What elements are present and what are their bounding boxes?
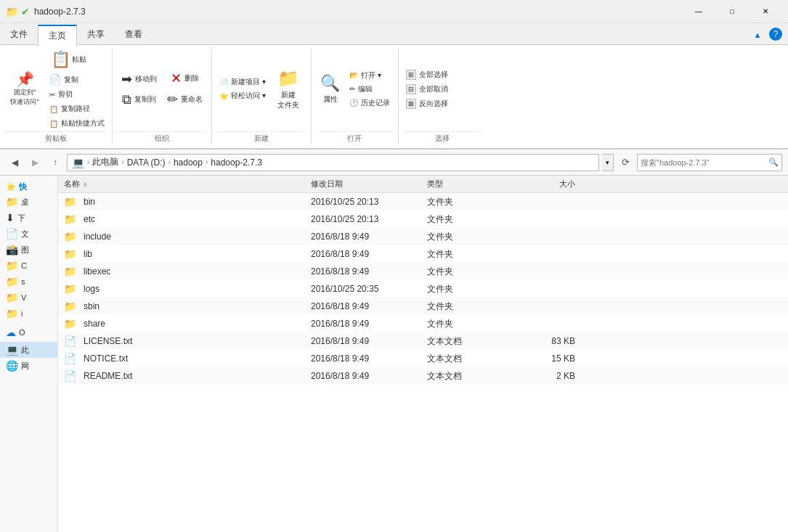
sidebar-quickaccess-header: ⭐ 快 — [0, 179, 57, 194]
minimize-button[interactable]: — — [682, 0, 715, 23]
organize-group-label: 组织 — [117, 131, 207, 145]
file-row-notice[interactable]: 📄 NOTICE.txt 2016/8/18 9:49 文本文档 15 KB — [58, 350, 788, 367]
clipboard-group-label: 剪贴板 — [4, 131, 107, 145]
file-date-sbin: 2016/8/18 9:49 — [305, 301, 421, 311]
sidebar-item-v[interactable]: 📁 V — [0, 290, 57, 306]
clipboard-buttons: 📋 粘贴 📄 复制 ✂ 剪切 📋 复制路径 📋 粘贴快捷方式 — [46, 48, 107, 130]
sidebar-item-s[interactable]: 📁 s — [0, 274, 57, 290]
copy-button[interactable]: 📄 复制 — [46, 73, 107, 86]
paste-shortcut-icon: 📋 — [49, 120, 58, 128]
select-none-button[interactable]: ⊟ 全部取消 — [403, 83, 451, 96]
col-header-name[interactable]: 名称 ∧ — [58, 179, 305, 189]
title-bar: 📁 ✔ hadoop-2.7.3 — □ ✕ — [0, 0, 788, 23]
sidebar-label-i: i — [21, 309, 23, 318]
col-header-date[interactable]: 修改日期 — [305, 179, 421, 189]
properties-button[interactable]: 🔍 属性 — [316, 72, 345, 107]
file-row-include[interactable]: 📁 include 2016/8/18 9:49 文件夹 — [58, 228, 788, 245]
pin-icon: 📌 — [16, 72, 34, 86]
edit-button[interactable]: ✏ 编辑 — [346, 83, 393, 96]
file-row-license[interactable]: 📄 LICENSE.txt 2016/8/18 9:49 文本文档 83 KB — [58, 332, 788, 350]
maximize-button[interactable]: □ — [715, 0, 749, 23]
file-row-libexec[interactable]: 📁 libexec 2016/8/18 9:49 文件夹 — [58, 263, 788, 280]
move-to-button[interactable]: ➡ 移动到 — [117, 69, 161, 89]
invert-selection-button[interactable]: ⊠ 反向选择 — [403, 97, 451, 110]
file-row-sbin[interactable]: 📁 sbin 2016/8/18 9:49 文件夹 — [58, 298, 788, 315]
ribbon-content: 📌 固定到"快速访问" 📋 粘贴 📄 复制 ✂ 剪切 📋 复制 — [0, 45, 788, 150]
sidebar-item-downloads[interactable]: ⬇ 下 — [0, 210, 57, 226]
open-buttons-col: 📂 打开 ▾ ✏ 编辑 🕐 历史记录 — [346, 69, 393, 110]
pin-to-quick-access-button[interactable]: 📌 固定到"快速访问" — [4, 70, 45, 109]
search-input[interactable] — [641, 158, 768, 167]
file-name-license: 📄 LICENSE.txt — [58, 335, 305, 347]
select-group-label: 选择 — [403, 131, 482, 145]
easy-access-button[interactable]: ⭐ 轻松访问 ▾ — [216, 89, 269, 102]
address-path[interactable]: 💻 › 此电脑 › DATA (D:) › hadoop › hadoop-2.… — [67, 154, 599, 171]
new-item-button[interactable]: 📄 新建项目 ▾ — [216, 75, 269, 89]
close-button[interactable]: ✕ — [749, 0, 782, 23]
paste-button[interactable]: 📋 粘贴 — [46, 48, 107, 71]
file-name-share: 📁 share — [58, 318, 305, 330]
file-type-notice: 文本文档 — [421, 353, 508, 365]
file-row-logs[interactable]: 📁 logs 2016/10/25 20:35 文件夹 — [58, 280, 788, 298]
file-row-share[interactable]: 📁 share 2016/8/18 9:49 文件夹 — [58, 315, 788, 332]
invert-icon: ⊠ — [406, 99, 416, 109]
open-icon: 📂 — [349, 71, 358, 79]
sidebar-label-desktop: 桌 — [21, 197, 29, 208]
rename-button[interactable]: ✏ 重命名 — [163, 89, 207, 110]
sidebar-item-pics[interactable]: 📸 图 — [0, 242, 57, 258]
path-part-hadoop[interactable]: hadoop — [174, 157, 203, 168]
tab-view[interactable]: 查看 — [115, 23, 153, 45]
help-button[interactable]: ? — [769, 28, 782, 41]
sidebar-item-c[interactable]: 📁 C — [0, 258, 57, 274]
sidebar-item-thispc[interactable]: 💻 此 — [0, 342, 57, 358]
back-button[interactable]: ◀ — [6, 154, 23, 171]
tab-file[interactable]: 文件 — [0, 23, 38, 45]
cut-button[interactable]: ✂ 剪切 — [46, 88, 107, 101]
file-name-libexec: 📁 libexec — [58, 266, 305, 277]
history-button[interactable]: 🕐 历史记录 — [346, 97, 393, 110]
refresh-button[interactable]: ⟳ — [617, 154, 634, 171]
file-row-bin[interactable]: 📁 bin 2016/10/25 20:13 文件夹 — [58, 193, 788, 210]
path-part-hadoop273[interactable]: hadoop-2.7.3 — [211, 157, 262, 168]
sidebar-item-desktop[interactable]: 📁 桌 — [0, 194, 57, 210]
sidebar-label-s: s — [21, 277, 25, 286]
tab-home[interactable]: 主页 — [38, 25, 77, 46]
sidebar-label-pics: 图 — [21, 245, 29, 255]
col-header-type[interactable]: 类型 — [421, 179, 508, 189]
file-size-notice: 15 KB — [508, 353, 581, 364]
file-date-share: 2016/8/18 9:49 — [305, 319, 421, 329]
file-date-etc: 2016/10/25 20:13 — [305, 214, 421, 224]
new-folder-icon: 📁 — [277, 68, 299, 89]
file-row-lib[interactable]: 📁 lib 2016/8/18 9:49 文件夹 — [58, 245, 788, 263]
main-area: ⭐ 快 📁 桌 ⬇ 下 📄 文 📸 图 📁 C 📁 s 📁 V — [0, 176, 788, 532]
address-dropdown-button[interactable]: ▾ — [602, 154, 614, 171]
paste-shortcut-button[interactable]: 📋 粘贴快捷方式 — [46, 117, 107, 130]
path-part-data[interactable]: DATA (D:) — [127, 157, 166, 168]
sidebar-item-i[interactable]: 📁 i — [0, 306, 57, 322]
file-name-logs: 📁 logs — [58, 283, 305, 295]
delete-button[interactable]: ✕ 删除 — [163, 68, 207, 89]
paste-icon: 📋 — [51, 50, 70, 69]
file-row-readme[interactable]: 📄 README.txt 2016/8/18 9:49 文本文档 2 KB — [58, 367, 788, 385]
forward-button[interactable]: ▶ — [26, 154, 44, 171]
col-header-size[interactable]: 大小 — [508, 179, 581, 189]
tab-share[interactable]: 共享 — [77, 23, 115, 45]
file-type-sbin: 文件夹 — [421, 300, 508, 313]
file-icon: 📄 — [64, 335, 76, 347]
file-size-license: 83 KB — [508, 336, 581, 346]
new-folder-button[interactable]: 📁 新建文件夹 — [270, 66, 306, 112]
sidebar-item-docs[interactable]: 📄 文 — [0, 226, 57, 242]
open-button[interactable]: 📂 打开 ▾ — [346, 69, 393, 82]
file-row-etc[interactable]: 📁 etc 2016/10/25 20:13 文件夹 — [58, 210, 788, 228]
organize-buttons: ➡ 移动到 ⧉ 复制到 — [117, 69, 161, 110]
copy-to-button[interactable]: ⧉ 复制到 — [117, 90, 161, 110]
select-buttons: ⊞ 全部选择 ⊟ 全部取消 ⊠ 反向选择 — [403, 68, 451, 110]
sidebar-item-onedrive[interactable]: ☁ O — [0, 324, 57, 340]
sidebar-item-network[interactable]: 🌐 网 — [0, 358, 57, 374]
up-button[interactable]: ↑ — [46, 154, 64, 171]
copy-path-button[interactable]: 📋 复制路径 — [46, 102, 107, 115]
file-size-readme: 2 KB — [508, 371, 581, 381]
path-part-thispc[interactable]: 此电脑 — [92, 156, 118, 168]
ribbon-collapse-button[interactable]: ▲ — [749, 25, 766, 45]
select-all-button[interactable]: ⊞ 全部选择 — [403, 68, 451, 81]
